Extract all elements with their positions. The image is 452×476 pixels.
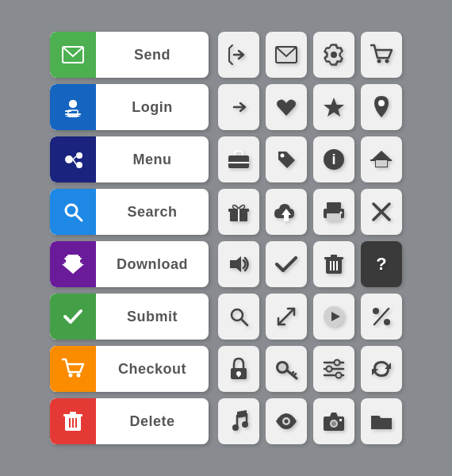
svg-point-80 [285,420,289,424]
submit-button[interactable]: Submit [50,294,209,340]
svg-point-7 [76,152,82,159]
check-icon-btn[interactable] [266,241,307,287]
play-icon-btn[interactable] [313,294,354,340]
menu-icon [50,136,96,182]
submit-label: Submit [96,309,209,325]
close-icon-btn[interactable] [361,189,402,235]
svg-point-62 [384,319,390,325]
svg-point-16 [77,374,81,378]
refresh-icon-btn[interactable] [361,346,402,392]
svg-point-27 [377,60,381,63]
button-list: Send Login [50,32,209,444]
search-label: Search [96,204,209,221]
search-icon [50,189,96,235]
svg-rect-66 [238,374,239,377]
pin-icon-btn[interactable] [361,84,402,130]
svg-point-78 [242,421,248,428]
submit-icon [50,294,96,340]
info-icon-btn[interactable]: i [313,136,354,182]
delete-icon [50,398,96,444]
cloud-upload-icon-btn[interactable] [266,189,307,235]
folder-icon-btn[interactable] [361,398,402,444]
login-button[interactable]: Login [50,84,209,130]
download-button[interactable]: Download [50,241,209,287]
svg-point-72 [335,360,340,366]
checkout-button[interactable]: Checkout [50,346,209,392]
menu-label: Menu [96,152,209,168]
search-button[interactable]: Search [50,189,209,235]
svg-line-56 [241,319,247,325]
eye-icon-btn[interactable] [266,398,307,444]
gear-icon-btn[interactable] [313,32,354,78]
checkout-label: Checkout [96,361,209,378]
search2-icon-btn[interactable] [218,294,259,340]
send-icon [50,32,96,78]
percent-icon-btn[interactable] [361,294,402,340]
music-icon-btn[interactable] [218,398,259,444]
svg-rect-50 [324,257,343,259]
sliders-icon-btn[interactable] [313,346,354,392]
svg-point-77 [232,424,239,431]
inbox-down-icon-btn[interactable] [361,136,402,182]
gift-icon-btn[interactable] [218,189,259,235]
svg-marker-47 [230,256,241,272]
lock-icon-btn[interactable] [218,346,259,392]
tag-icon-btn[interactable] [266,136,307,182]
svg-marker-29 [324,98,344,117]
svg-point-68 [278,363,286,371]
svg-rect-43 [327,213,341,221]
download-icon [50,241,96,287]
question-icon-btn[interactable]: ? [361,241,402,287]
delete-label: Delete [96,413,209,430]
svg-point-6 [65,155,73,163]
send-button[interactable]: Send [50,32,209,78]
svg-line-57 [286,309,294,317]
svg-text:?: ? [376,254,386,274]
download-label: Download [96,256,209,273]
checkout-icon [50,346,96,392]
icon-grid: i [218,32,402,444]
svg-point-8 [76,162,82,168]
login-icon [50,84,96,130]
menu-button[interactable]: Menu [50,136,209,182]
svg-line-10 [75,214,82,221]
delete-button[interactable]: Delete [50,398,209,444]
svg-point-61 [373,308,379,314]
svg-point-74 [336,373,342,378]
svg-point-30 [378,100,385,106]
trash-icon-btn[interactable] [313,241,354,287]
svg-rect-37 [376,160,387,167]
svg-point-83 [331,421,336,426]
star-icon-btn[interactable] [313,84,354,130]
svg-rect-84 [339,419,342,421]
svg-rect-13 [70,256,76,264]
speaker-icon-btn[interactable] [218,241,259,287]
cart-icon-btn[interactable] [361,32,402,78]
svg-point-15 [69,374,73,378]
forward-icon-btn[interactable] [218,84,259,130]
svg-rect-41 [327,202,341,209]
svg-line-58 [278,317,286,324]
svg-point-73 [327,367,332,372]
mail-icon-btn[interactable] [266,32,307,78]
heart-icon-btn[interactable] [266,84,307,130]
expand-icon-btn[interactable] [266,294,307,340]
svg-point-44 [340,212,343,214]
svg-point-33 [281,154,285,158]
key-icon-btn[interactable] [266,346,307,392]
main-container: Send Login [36,17,416,459]
login-label: Login [96,99,209,116]
svg-text:i: i [331,152,335,167]
arrow-right-box-icon-btn[interactable] [218,32,259,78]
print-icon-btn[interactable] [313,189,354,235]
svg-point-28 [385,60,389,63]
briefcase-icon-btn[interactable] [218,136,259,182]
camera-icon-btn[interactable] [313,398,354,444]
svg-point-5 [69,100,77,108]
svg-point-26 [331,52,337,58]
send-label: Send [96,47,209,63]
